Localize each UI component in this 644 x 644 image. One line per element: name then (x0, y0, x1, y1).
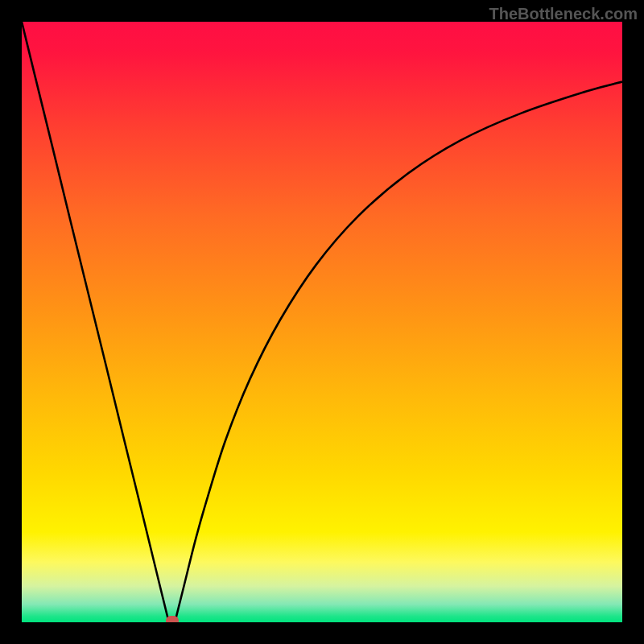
curve-right-path (175, 82, 622, 622)
plot-area (22, 22, 622, 622)
curve-svg (22, 22, 622, 622)
curve-left-path (22, 22, 169, 622)
watermark-text: TheBottleneck.com (489, 5, 638, 23)
chart-container: TheBottleneck.com (0, 0, 644, 644)
minimum-marker (166, 616, 179, 622)
